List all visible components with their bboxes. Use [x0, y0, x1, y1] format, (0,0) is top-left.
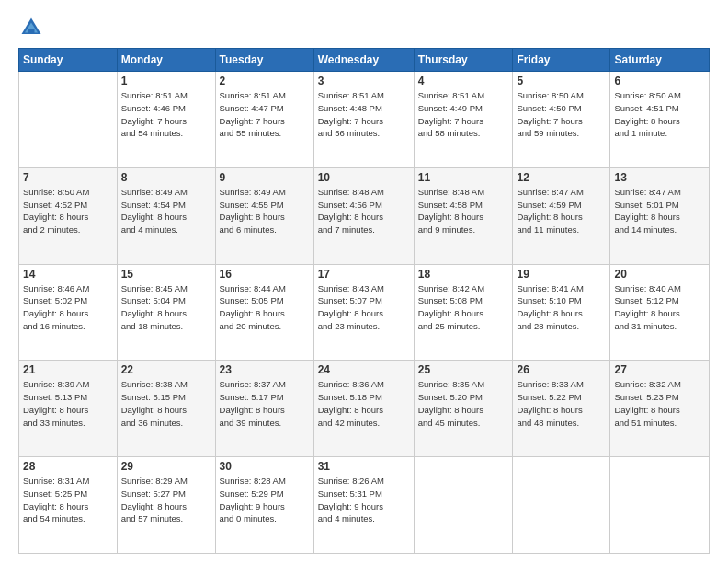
calendar-cell: 15Sunrise: 8:45 AM Sunset: 5:04 PM Dayli…	[117, 264, 215, 361]
day-number: 28	[23, 460, 113, 473]
day-number: 1	[121, 75, 211, 87]
day-info: Sunrise: 8:31 AM Sunset: 5:25 PM Dayligh…	[23, 475, 113, 525]
day-number: 29	[121, 460, 211, 473]
day-info: Sunrise: 8:48 AM Sunset: 4:58 PM Dayligh…	[418, 186, 509, 236]
day-info: Sunrise: 8:39 AM Sunset: 5:13 PM Dayligh…	[23, 378, 113, 429]
calendar-cell: 16Sunrise: 8:44 AM Sunset: 5:05 PM Dayli…	[215, 264, 313, 361]
day-header-friday: Friday	[513, 49, 610, 72]
calendar-cell: 30Sunrise: 8:28 AM Sunset: 5:29 PM Dayli…	[215, 457, 313, 554]
calendar-cell: 7Sunrise: 8:50 AM Sunset: 4:52 PM Daylig…	[19, 167, 118, 264]
day-number: 20	[614, 268, 705, 281]
day-number: 24	[318, 363, 410, 376]
day-info: Sunrise: 8:44 AM Sunset: 5:05 PM Dayligh…	[220, 282, 310, 333]
calendar-cell: 29Sunrise: 8:29 AM Sunset: 5:27 PM Dayli…	[117, 457, 215, 554]
calendar-cell: 26Sunrise: 8:33 AM Sunset: 5:22 PM Dayli…	[513, 361, 610, 457]
day-info: Sunrise: 8:26 AM Sunset: 5:31 PM Dayligh…	[318, 475, 410, 525]
day-number: 25	[418, 363, 509, 376]
calendar-cell: 4Sunrise: 8:51 AM Sunset: 4:49 PM Daylig…	[414, 72, 513, 168]
day-number: 22	[121, 363, 211, 376]
calendar-cell: 2Sunrise: 8:51 AM Sunset: 4:47 PM Daylig…	[215, 72, 313, 168]
calendar-week-1: 1Sunrise: 8:51 AM Sunset: 4:46 PM Daylig…	[19, 72, 710, 168]
day-header-saturday: Saturday	[610, 49, 710, 72]
calendar-cell: 31Sunrise: 8:26 AM Sunset: 5:31 PM Dayli…	[313, 457, 414, 554]
day-info: Sunrise: 8:51 AM Sunset: 4:48 PM Dayligh…	[318, 89, 410, 140]
day-info: Sunrise: 8:49 AM Sunset: 4:55 PM Dayligh…	[220, 186, 310, 236]
calendar-cell: 6Sunrise: 8:50 AM Sunset: 4:51 PM Daylig…	[610, 72, 710, 168]
logo-icon	[18, 15, 44, 40]
calendar-header: SundayMondayTuesdayWednesdayThursdayFrid…	[19, 49, 710, 72]
calendar-cell: 19Sunrise: 8:41 AM Sunset: 5:10 PM Dayli…	[513, 264, 610, 361]
calendar-cell	[19, 72, 118, 168]
calendar-cell: 17Sunrise: 8:43 AM Sunset: 5:07 PM Dayli…	[313, 264, 414, 361]
day-info: Sunrise: 8:38 AM Sunset: 5:15 PM Dayligh…	[121, 378, 211, 429]
calendar-cell: 28Sunrise: 8:31 AM Sunset: 5:25 PM Dayli…	[19, 457, 118, 554]
calendar-cell: 24Sunrise: 8:36 AM Sunset: 5:18 PM Dayli…	[313, 361, 414, 457]
calendar-cell	[513, 457, 610, 554]
day-number: 23	[220, 363, 310, 376]
calendar-week-5: 28Sunrise: 8:31 AM Sunset: 5:25 PM Dayli…	[19, 457, 710, 554]
day-number: 2	[220, 75, 310, 87]
day-info: Sunrise: 8:32 AM Sunset: 5:23 PM Dayligh…	[614, 378, 705, 429]
day-number: 31	[318, 460, 410, 473]
day-info: Sunrise: 8:48 AM Sunset: 4:56 PM Dayligh…	[318, 186, 410, 236]
day-header-thursday: Thursday	[414, 49, 513, 72]
day-info: Sunrise: 8:51 AM Sunset: 4:49 PM Dayligh…	[418, 89, 509, 140]
calendar-cell: 1Sunrise: 8:51 AM Sunset: 4:46 PM Daylig…	[117, 72, 215, 168]
day-info: Sunrise: 8:43 AM Sunset: 5:07 PM Dayligh…	[318, 282, 410, 333]
day-header-monday: Monday	[117, 49, 215, 72]
day-info: Sunrise: 8:40 AM Sunset: 5:12 PM Dayligh…	[614, 282, 705, 333]
day-info: Sunrise: 8:50 AM Sunset: 4:50 PM Dayligh…	[517, 89, 606, 140]
svg-rect-2	[28, 29, 35, 34]
day-number: 27	[614, 363, 705, 376]
day-header-sunday: Sunday	[19, 49, 118, 72]
day-number: 5	[517, 75, 606, 87]
day-number: 14	[23, 268, 113, 281]
calendar-cell: 25Sunrise: 8:35 AM Sunset: 5:20 PM Dayli…	[414, 361, 513, 457]
logo	[18, 15, 46, 40]
day-number: 6	[614, 75, 705, 87]
calendar-cell: 22Sunrise: 8:38 AM Sunset: 5:15 PM Dayli…	[117, 361, 215, 457]
day-number: 10	[318, 171, 410, 184]
calendar-week-3: 14Sunrise: 8:46 AM Sunset: 5:02 PM Dayli…	[19, 264, 710, 361]
day-number: 12	[517, 171, 606, 184]
calendar-cell: 21Sunrise: 8:39 AM Sunset: 5:13 PM Dayli…	[19, 361, 118, 457]
header-row: SundayMondayTuesdayWednesdayThursdayFrid…	[19, 49, 710, 72]
calendar-week-4: 21Sunrise: 8:39 AM Sunset: 5:13 PM Dayli…	[19, 361, 710, 457]
day-number: 7	[23, 171, 113, 184]
calendar-cell: 11Sunrise: 8:48 AM Sunset: 4:58 PM Dayli…	[414, 167, 513, 264]
calendar-cell: 8Sunrise: 8:49 AM Sunset: 4:54 PM Daylig…	[117, 167, 215, 264]
day-number: 21	[23, 363, 113, 376]
day-info: Sunrise: 8:42 AM Sunset: 5:08 PM Dayligh…	[418, 282, 509, 333]
day-number: 18	[418, 268, 509, 281]
day-info: Sunrise: 8:46 AM Sunset: 5:02 PM Dayligh…	[23, 282, 113, 333]
calendar-cell: 18Sunrise: 8:42 AM Sunset: 5:08 PM Dayli…	[414, 264, 513, 361]
day-number: 11	[418, 171, 509, 184]
calendar-cell: 20Sunrise: 8:40 AM Sunset: 5:12 PM Dayli…	[610, 264, 710, 361]
calendar-table: SundayMondayTuesdayWednesdayThursdayFrid…	[18, 48, 710, 554]
day-info: Sunrise: 8:35 AM Sunset: 5:20 PM Dayligh…	[418, 378, 509, 429]
day-number: 30	[220, 460, 310, 473]
calendar-cell: 27Sunrise: 8:32 AM Sunset: 5:23 PM Dayli…	[610, 361, 710, 457]
calendar-cell: 23Sunrise: 8:37 AM Sunset: 5:17 PM Dayli…	[215, 361, 313, 457]
calendar-week-2: 7Sunrise: 8:50 AM Sunset: 4:52 PM Daylig…	[19, 167, 710, 264]
day-header-wednesday: Wednesday	[313, 49, 414, 72]
day-info: Sunrise: 8:41 AM Sunset: 5:10 PM Dayligh…	[517, 282, 606, 333]
day-info: Sunrise: 8:49 AM Sunset: 4:54 PM Dayligh…	[121, 186, 211, 236]
day-number: 4	[418, 75, 509, 87]
day-info: Sunrise: 8:33 AM Sunset: 5:22 PM Dayligh…	[517, 378, 606, 429]
day-number: 19	[517, 268, 606, 281]
day-info: Sunrise: 8:50 AM Sunset: 4:51 PM Dayligh…	[614, 89, 705, 140]
calendar-cell: 12Sunrise: 8:47 AM Sunset: 4:59 PM Dayli…	[513, 167, 610, 264]
day-info: Sunrise: 8:37 AM Sunset: 5:17 PM Dayligh…	[220, 378, 310, 429]
page: SundayMondayTuesdayWednesdayThursdayFrid…	[0, 0, 728, 563]
day-number: 8	[121, 171, 211, 184]
calendar-body: 1Sunrise: 8:51 AM Sunset: 4:46 PM Daylig…	[19, 72, 710, 554]
day-info: Sunrise: 8:29 AM Sunset: 5:27 PM Dayligh…	[121, 475, 211, 525]
header	[18, 15, 710, 40]
day-info: Sunrise: 8:47 AM Sunset: 5:01 PM Dayligh…	[614, 186, 705, 236]
day-info: Sunrise: 8:51 AM Sunset: 4:46 PM Dayligh…	[121, 89, 211, 140]
calendar-cell	[414, 457, 513, 554]
day-number: 17	[318, 268, 410, 281]
day-number: 15	[121, 268, 211, 281]
day-number: 9	[220, 171, 310, 184]
